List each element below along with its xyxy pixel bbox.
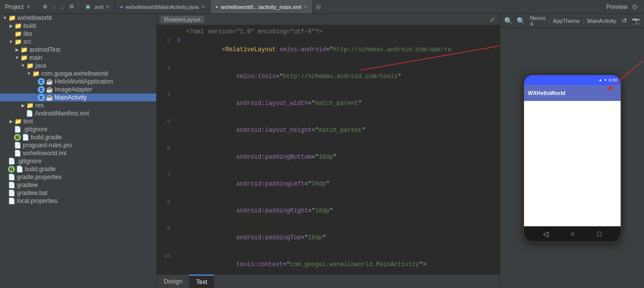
folder-icon-main: 📁 <box>20 54 28 61</box>
tab-text[interactable]: Text <box>189 275 214 288</box>
tree-item-test[interactable]: ▶ 📁 test <box>0 117 156 125</box>
phone-content-area <box>524 101 621 226</box>
tree-label-wxhelloworld: wxhelloworld <box>17 14 52 21</box>
preview-toolbar: 🔍 🔍 Nexus 4 | AppTheme | MainActivity ↺ … <box>500 14 644 28</box>
code-editor[interactable]: <?xml version="1.0" encoding="utf-8"?> 2… <box>157 25 500 274</box>
down-action-icon[interactable]: ↓ <box>59 3 66 11</box>
tree-item-gitignore2[interactable]: ▶ 📄 .gitignore <box>0 157 156 165</box>
attr-pr-8: android:paddingRight <box>236 207 308 214</box>
line-gutter-2: C <box>174 36 184 45</box>
line-num-2: 2 <box>157 36 174 45</box>
tree-label-java: java <box>35 62 46 69</box>
line-content-3: xmlns:tools="http://schemas.android.com/… <box>184 63 500 90</box>
tree-item-mainactivity[interactable]: ▶ C ☕ MainActivity <box>0 94 156 101</box>
tree-item-androidmanifest[interactable]: ▶ 📄 AndroidManifest.xml <box>0 109 156 117</box>
preview-section-header: Preview ⚙ <box>600 3 644 11</box>
tree-label-gradlew: gradlew <box>17 182 38 189</box>
tab-design[interactable]: Design <box>157 275 189 288</box>
tab-java[interactable]: ● wxhelloworld\MainActivity.java ✕ <box>115 0 211 13</box>
arrow-test: ▶ <box>8 119 14 124</box>
line-content-10: tools:context="com.guogai.wxhelloworld.M… <box>184 251 500 274</box>
tab-xml-short[interactable]: ◉ .xml ✕ <box>81 0 115 13</box>
tree-label-build: build <box>23 22 36 29</box>
tree-item-proguard[interactable]: ▶ 📄 proguard-rules.pro <box>0 141 156 149</box>
screenshot-icon[interactable]: 📷 <box>631 17 641 24</box>
tree-item-buildgradle1[interactable]: ▶ G 📄 build.gradle <box>0 133 156 141</box>
code-line-2: 2 C <RelativeLayout xmlns:android="http:… <box>157 36 500 63</box>
tree-item-src[interactable]: ▼ 📁 src <box>0 38 156 46</box>
tree-label-libs: libs <box>23 30 32 37</box>
layout-tag[interactable]: RelativeLayout <box>161 16 204 23</box>
tree-item-res[interactable]: ▶ 📁 res <box>0 101 156 109</box>
phone-back-button[interactable]: ◁ <box>543 230 548 238</box>
java-icon-helloworldapp: ☕ <box>46 78 53 85</box>
tab-xml-main-close[interactable]: ✕ <box>304 4 308 9</box>
tree-item-gitignore1[interactable]: ▶ 📄 .gitignore <box>0 125 156 133</box>
tree-item-libs[interactable]: ▶ 📁 libs <box>0 30 156 38</box>
tag-name-2: RelativeLayout <box>225 46 276 53</box>
tree-item-gradlew[interactable]: ▶ 📄 gradlew <box>0 181 156 189</box>
project-panel-title: Project ▼ <box>0 3 36 10</box>
arrow-build: ▶ <box>8 23 14 28</box>
wifi-icon: ▲ <box>598 78 602 82</box>
tree-label-gitignore2: .gitignore <box>17 158 41 165</box>
tab-xml-short-close[interactable]: ✕ <box>106 4 109 9</box>
phone-home-button[interactable]: ○ <box>571 230 575 238</box>
attr-lw-4: android:layout_width <box>236 100 308 107</box>
folder-icon-androidtest: 📁 <box>20 46 28 53</box>
arrow-androidtest: ▶ <box>14 47 20 52</box>
file-icon-local-props: 📄 <box>8 197 15 204</box>
preview-zoom-out-icon[interactable]: 🔍 <box>504 17 513 25</box>
settings-action-icon[interactable]: ⚙ <box>67 2 76 11</box>
tree-label-buildgradle1: build.gradle <box>31 134 62 141</box>
editor-tab-bar: ◉ .xml ✕ ● wxhelloworld\MainActivity.jav… <box>81 0 600 13</box>
tab-java-close[interactable]: ✕ <box>201 4 205 9</box>
badge-c-mainactivity: C <box>38 94 45 101</box>
tree-item-buildgradle2[interactable]: ▶ G 📄 build.gradle <box>0 165 156 173</box>
line-content-4: android:layout_width="match_parent" <box>184 90 500 117</box>
dropdown-arrow-icon[interactable]: ▼ <box>26 4 31 9</box>
tree-item-wxhelloworld-iml[interactable]: ▶ 📄 wxhelloworld.iml <box>0 149 156 157</box>
java-icon-mainactivity: ☕ <box>46 94 53 101</box>
phone-app-name: WXHelloWorld <box>528 90 566 96</box>
tab-xml-main[interactable]: ● wxhelloworld\...\activity_main.xml ✕ <box>211 0 313 13</box>
tree-item-gradle-props[interactable]: ▶ 📄 gradle.properties <box>0 173 156 181</box>
tree-item-java[interactable]: ▼ 📁 java <box>0 62 156 70</box>
preview-gear-icon[interactable]: ⚙ <box>632 3 638 11</box>
separator-2: | <box>583 18 584 24</box>
tree-item-gradlew-bat[interactable]: ▶ 📄 gradlew.bat <box>0 189 156 197</box>
tree-item-com-guogai[interactable]: ▼ 📁 com.guogai.wxhelloworld <box>0 70 156 78</box>
tree-item-local-props[interactable]: ▶ 📄 local.properties <box>0 197 156 205</box>
tree-item-androidtest[interactable]: ▶ 📁 androidTest <box>0 46 156 54</box>
tree-item-imageadapter[interactable]: ▶ C ☕ ImageAdapter <box>0 86 156 94</box>
val-lh-5: match_parent <box>319 127 361 134</box>
phone-status-bar: ▲ ● 6:00 <box>524 75 621 85</box>
preview-zoom-in-icon[interactable]: 🔍 <box>517 17 525 25</box>
refresh-icon[interactable]: ↺ <box>619 17 629 24</box>
val-pt-9: 16dp <box>308 234 322 241</box>
file-icon-iml: 📄 <box>14 150 21 157</box>
top-bar: Project ▼ ⊕ ↑ ↓ ⚙ ◉ .xml ✕ ● wxhelloworl… <box>0 0 644 14</box>
phone-preview: ▲ ● 6:00 WXHelloWorld ◁ ○ □ <box>523 74 622 243</box>
eq-10: =" <box>283 261 290 268</box>
arrow-src: ▼ <box>8 39 14 44</box>
tree-label-gradle-props: gradle.properties <box>17 174 62 181</box>
tree-item-main[interactable]: ▼ 📁 main <box>0 54 156 62</box>
eq-8: =" <box>308 207 315 214</box>
code-line-5: 5 android:layout_height="match_parent" <box>157 117 500 144</box>
line-content-1: <?xml version="1.0" encoding="utf-8"?> <box>184 27 500 36</box>
line-num-7: 7 <box>157 171 174 180</box>
phone-recent-button[interactable]: □ <box>597 230 601 238</box>
gradle-icon-buildgradle1: 📄 <box>22 134 29 141</box>
tree-item-wxhelloworld[interactable]: ▼ 📁 wxhelloworld <box>0 14 156 22</box>
multi-tab-icon[interactable]: ⊞ <box>316 3 321 10</box>
code-line-1: <?xml version="1.0" encoding="utf-8"?> <box>157 27 500 36</box>
tree-item-build[interactable]: ▶ 📁 build <box>0 22 156 30</box>
up-action-icon[interactable]: ↑ <box>51 3 58 11</box>
val-pr-8: 16dp <box>315 207 329 214</box>
tree-item-helloworldapp[interactable]: ▶ C ☕ HelloWorldApplication <box>0 78 156 86</box>
add-action-icon[interactable]: ⊕ <box>41 2 49 11</box>
arrow-java: ▼ <box>20 63 26 68</box>
line-num-9: 9 <box>157 224 174 233</box>
separator-1: | <box>548 18 550 24</box>
